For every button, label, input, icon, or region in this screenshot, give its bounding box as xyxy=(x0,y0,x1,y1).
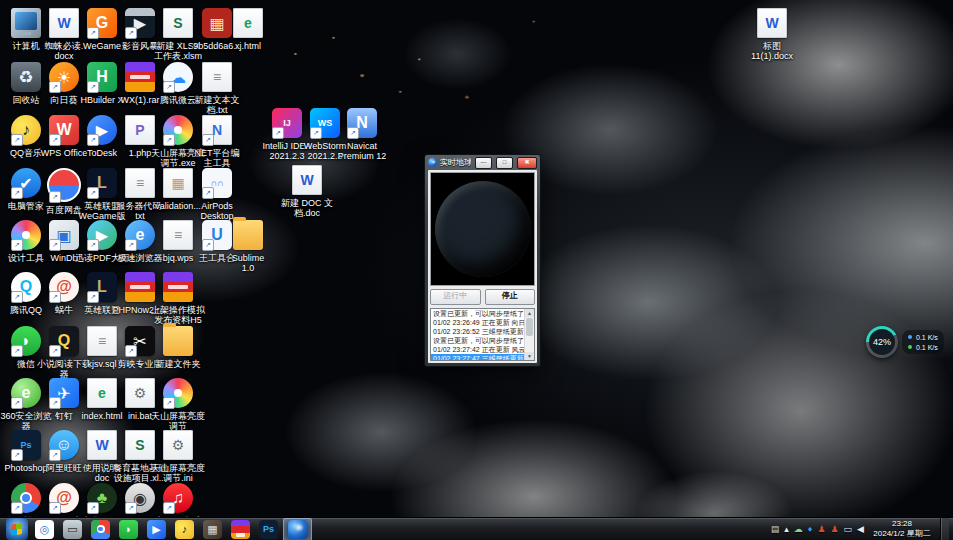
app-icon: e xyxy=(233,8,263,38)
network-speed-panel: 0.1 K/s 0.1 K/s xyxy=(902,330,944,354)
desktop-icon[interactable]: e xj.html xyxy=(216,8,280,51)
taskbar-item[interactable] xyxy=(227,519,254,540)
shortcut-arrow-icon xyxy=(163,134,175,146)
taskbar-item[interactable]: ▭ xyxy=(59,519,86,540)
desktop-icon[interactable]: W 新建 DOC 文 档.doc xyxy=(275,165,339,218)
maximize-button[interactable]: □ xyxy=(496,157,513,169)
close-button[interactable]: ✖ xyxy=(517,157,537,169)
app-icon: W xyxy=(757,8,787,38)
log-row[interactable]: 设置已更新，可以同步壁纸了 xyxy=(431,309,525,318)
shortcut-arrow-icon xyxy=(49,502,61,514)
scroll-up-arrow-icon[interactable]: ▲ xyxy=(525,309,534,317)
system-tray: ▤▴☁♦♟♟▭◀ 23:28 2024/1/2 星期二 xyxy=(771,518,953,540)
earth-preview-panel xyxy=(430,172,535,286)
shortcut-arrow-icon xyxy=(202,187,214,199)
app-icon xyxy=(163,326,193,356)
tray-volume-icon[interactable]: ◀ xyxy=(857,524,864,534)
desktop-icon[interactable]: ∩∩ AirPods Desktop xyxy=(185,168,249,221)
tray-capture-icon[interactable]: ▤ xyxy=(771,524,780,534)
shortcut-arrow-icon xyxy=(125,502,137,514)
tray-qq-icon-2[interactable]: ♟ xyxy=(830,524,838,534)
desktop-icon[interactable]: Sublime 1.0 xyxy=(216,220,280,273)
icon-label: 新建文本文 档.txt xyxy=(185,95,249,115)
tray-icons: ▤▴☁♦♟♟▭◀ xyxy=(771,524,864,534)
update-log-list[interactable]: 设置已更新，可以同步壁纸了01/02 23:26:49 正在更新 向日葵8号 -… xyxy=(430,308,535,361)
taskbar-item[interactable] xyxy=(3,519,30,540)
desktop-icon[interactable]: 天山屏幕亮度 调节 xyxy=(146,378,210,431)
tray-security-shield-icon[interactable]: ♦ xyxy=(808,524,813,534)
icon-label: 新建文件夹 xyxy=(146,359,210,369)
taskbar-item[interactable]: ▦ xyxy=(199,519,226,540)
shortcut-arrow-icon xyxy=(49,134,61,146)
shortcut-arrow-icon xyxy=(87,502,99,514)
desktop-icon[interactable]: W 标图 11(1).docx xyxy=(740,8,804,61)
tray-display-icon[interactable]: ▭ xyxy=(844,524,853,534)
taskbar-winrar-icon xyxy=(231,520,250,539)
shortcut-arrow-icon xyxy=(310,127,322,139)
taskbar-item[interactable]: Ps xyxy=(255,519,282,540)
shortcut-arrow-icon xyxy=(11,239,23,251)
performance-widget[interactable]: 42% 0.1 K/s 0.1 K/s xyxy=(866,326,944,358)
taskbar-item[interactable] xyxy=(283,518,312,540)
speed-row: 0.1 K/s xyxy=(908,332,938,342)
taskbar-photo-viewer-icon: ▦ xyxy=(203,520,222,539)
shortcut-arrow-icon xyxy=(163,397,175,409)
show-desktop-button[interactable] xyxy=(940,518,949,540)
shortcut-arrow-icon xyxy=(87,187,99,199)
icon-label: Sublime 1.0 xyxy=(216,253,280,273)
log-row[interactable]: 01/02 23:27:47 三维壁纸更新成功 xyxy=(431,354,525,361)
log-rows: 设置已更新，可以同步壁纸了01/02 23:26:49 正在更新 向日葵8号 -… xyxy=(431,309,525,360)
window-title-bar[interactable]: 实时地球壁纸 — □ ✖ xyxy=(425,155,540,170)
desktop-icon[interactable]: 上架操作模拟 发布资料H5 xyxy=(146,272,210,325)
running-button[interactable]: 运行中 xyxy=(430,289,481,305)
log-row[interactable]: 设置已更新，可以同步壁纸了 xyxy=(431,336,525,345)
app-icon: ⚙ xyxy=(163,430,193,460)
start-button xyxy=(6,518,28,540)
taskbar-item[interactable]: ▶ xyxy=(143,519,170,540)
shortcut-arrow-icon xyxy=(87,134,99,146)
shortcut-arrow-icon xyxy=(125,345,137,357)
icon-label: 天山屏幕亮度 调节.ini xyxy=(146,463,210,483)
shortcut-arrow-icon xyxy=(49,81,61,93)
app-icon xyxy=(233,220,263,250)
desktop-icon[interactable]: ≡ 新建文本文 档.txt xyxy=(185,62,249,115)
log-row[interactable]: 01/02 23:27:42 正在更新 风云4号 - 中国 xyxy=(431,345,525,354)
icon-label: 标图 11(1).docx xyxy=(740,41,804,61)
taskbar-todesk-icon: ▶ xyxy=(147,520,166,539)
taskbar-clock[interactable]: 23:28 2024/1/2 星期二 xyxy=(869,519,935,539)
shortcut-arrow-icon xyxy=(49,345,61,357)
taskbar-live-earth-icon xyxy=(288,520,307,539)
taskbar-photoshop-icon: Ps xyxy=(259,520,278,539)
shortcut-arrow-icon xyxy=(163,81,175,93)
taskbar-display-settings-icon: ▭ xyxy=(63,520,82,539)
taskbar: ◎ ▭ ◗ ▶ ♪ ▦ Ps xyxy=(0,517,953,540)
shortcut-arrow-icon xyxy=(11,397,23,409)
shortcut-arrow-icon xyxy=(202,239,214,251)
tray-show-hidden-icons[interactable]: ▴ xyxy=(784,524,789,534)
icon-label: NET平台编 主工具 xyxy=(185,148,249,168)
taskbar-item[interactable]: ♪ xyxy=(171,519,198,540)
desktop-icon[interactable]: N NET平台编 主工具 xyxy=(185,115,249,168)
scrollbar-thumb[interactable] xyxy=(526,318,533,336)
taskbar-item[interactable]: ◗ xyxy=(115,519,142,540)
tray-cloud-icon[interactable]: ☁ xyxy=(794,524,803,534)
clock-time: 23:28 xyxy=(871,519,933,529)
shortcut-arrow-icon xyxy=(11,345,23,357)
log-row[interactable]: 01/02 23:26:52 三维壁纸更新成功 xyxy=(431,327,525,336)
window-title: 实时地球壁纸 xyxy=(440,157,471,168)
log-scrollbar[interactable]: ▲ ▼ xyxy=(524,309,534,360)
minimize-button[interactable]: — xyxy=(475,157,492,169)
log-row[interactable]: 01/02 23:26:49 正在更新 向日葵8号 - 日本 xyxy=(431,318,525,327)
taskbar-item[interactable]: ◎ xyxy=(31,519,58,540)
shortcut-arrow-icon xyxy=(87,239,99,251)
desktop-icon[interactable]: ⚙ 天山屏幕亮度 调节.ini xyxy=(146,430,210,483)
icon-label: Navicat Premium 12 xyxy=(330,141,394,161)
shortcut-arrow-icon xyxy=(49,397,61,409)
scroll-down-arrow-icon[interactable]: ▼ xyxy=(525,352,534,360)
desktop-icon[interactable]: N Navicat Premium 12 xyxy=(330,108,394,161)
desktop-icon[interactable]: 新建文件夹 xyxy=(146,326,210,369)
tray-qq-icon[interactable]: ♟ xyxy=(817,524,825,534)
memory-gauge[interactable]: 42% xyxy=(866,326,898,358)
stop-button[interactable]: 停止 xyxy=(485,289,536,305)
taskbar-item[interactable] xyxy=(87,519,114,540)
